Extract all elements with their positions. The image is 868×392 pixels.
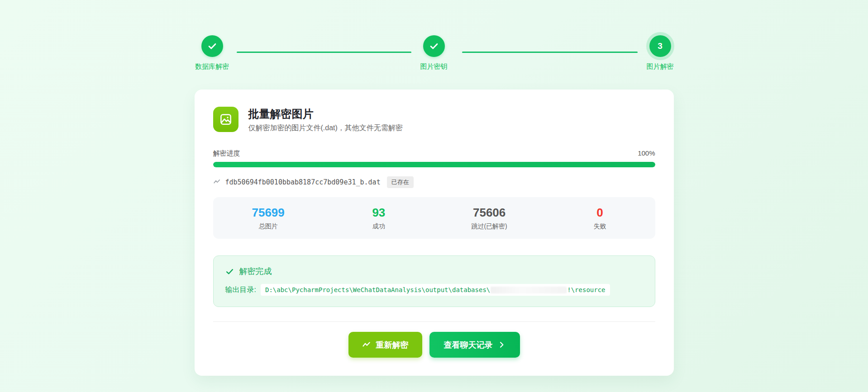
- file-exists-badge: 已存在: [387, 176, 414, 188]
- step-3-circle[interactable]: 3: [649, 35, 671, 57]
- stat-success: 93 成功: [324, 206, 434, 231]
- step-1-circle[interactable]: [201, 35, 223, 57]
- action-buttons: 重新解密 查看聊天记录: [213, 332, 655, 358]
- view-chat-button-label: 查看聊天记录: [444, 340, 493, 350]
- output-path-suffix: !\resource: [567, 286, 605, 293]
- stat-skipped: 75606 跳过(已解密): [434, 206, 544, 231]
- wizard-stepper: 数据库解密 图片密钥 3 图片解密: [195, 35, 674, 71]
- progress-percent: 100%: [638, 149, 655, 158]
- zigzag-activity-icon: [213, 178, 221, 186]
- progress-label: 解密进度: [213, 149, 240, 158]
- stat-total-label: 总图片: [213, 222, 324, 231]
- stat-success-label: 成功: [324, 222, 434, 231]
- redecrypt-button-label: 重新解密: [376, 340, 409, 350]
- step-database-decrypt[interactable]: 数据库解密: [185, 35, 239, 71]
- stat-failed-label: 失败: [544, 222, 655, 231]
- stat-failed: 0 失败: [544, 206, 655, 231]
- step-image-key[interactable]: 图片密钥: [407, 35, 461, 71]
- step-2-label: 图片密钥: [420, 62, 448, 71]
- chevron-right-icon: [498, 341, 506, 349]
- progress-section: 解密进度 100%: [213, 149, 655, 167]
- step-image-decrypt[interactable]: 3 图片解密: [633, 35, 687, 71]
- output-dir-label: 输出目录:: [225, 285, 256, 295]
- stats-summary: 75699 总图片 93 成功 75606 跳过(已解密) 0 失败: [213, 197, 655, 239]
- stat-failed-value: 0: [544, 206, 655, 219]
- decrypt-complete-panel: 解密完成 输出目录: D:\abc\PycharmProjects\WeChat…: [213, 255, 655, 307]
- redecrypt-button[interactable]: 重新解密: [348, 332, 422, 358]
- view-chat-history-button[interactable]: 查看聊天记录: [429, 332, 520, 358]
- page-title: 批量解密图片: [248, 108, 403, 120]
- card-header: 批量解密图片 仅解密加密的图片文件(.dat)，其他文件无需解密: [213, 107, 655, 133]
- stat-skipped-label: 跳过(已解密): [434, 222, 544, 231]
- stepper-connector-1: [237, 52, 411, 53]
- progress-bar: [213, 162, 655, 167]
- redacted-path-segment: [491, 287, 567, 293]
- stepper-connector-2: [462, 52, 638, 53]
- step-3-label: 图片解密: [647, 62, 674, 71]
- step-2-circle[interactable]: [423, 35, 445, 57]
- current-file-name: fdb50694fb0010bbab8187cc7bd09e31_b.dat: [225, 178, 381, 186]
- step-1-label: 数据库解密: [195, 62, 229, 71]
- check-icon: [207, 41, 217, 51]
- stat-total-value: 75699: [213, 206, 324, 219]
- step-3-number: 3: [658, 41, 663, 51]
- output-path-prefix: D:\abc\PycharmProjects\WeChatDataAnalysi…: [265, 286, 490, 293]
- card-header-text: 批量解密图片 仅解密加密的图片文件(.dat)，其他文件无需解密: [248, 107, 403, 133]
- stat-total-images: 75699 总图片: [213, 206, 324, 231]
- page-subtitle: 仅解密加密的图片文件(.dat)，其他文件无需解密: [248, 123, 403, 133]
- current-file-row: fdb50694fb0010bbab8187cc7bd09e31_b.dat 已…: [213, 176, 655, 188]
- decrypt-complete-text: 解密完成: [239, 266, 272, 277]
- output-dir-path: D:\abc\PycharmProjects\WeChatDataAnalysi…: [261, 284, 610, 296]
- progress-bar-fill: [213, 162, 655, 167]
- image-icon: [213, 107, 238, 132]
- check-icon: [225, 267, 234, 276]
- check-icon: [429, 41, 439, 51]
- decrypt-card: 批量解密图片 仅解密加密的图片文件(.dat)，其他文件无需解密 解密进度 10…: [195, 90, 674, 376]
- actions-divider: [213, 321, 655, 322]
- stat-success-value: 93: [324, 206, 434, 219]
- zigzag-activity-icon: [362, 340, 371, 349]
- stat-skipped-value: 75606: [434, 206, 544, 219]
